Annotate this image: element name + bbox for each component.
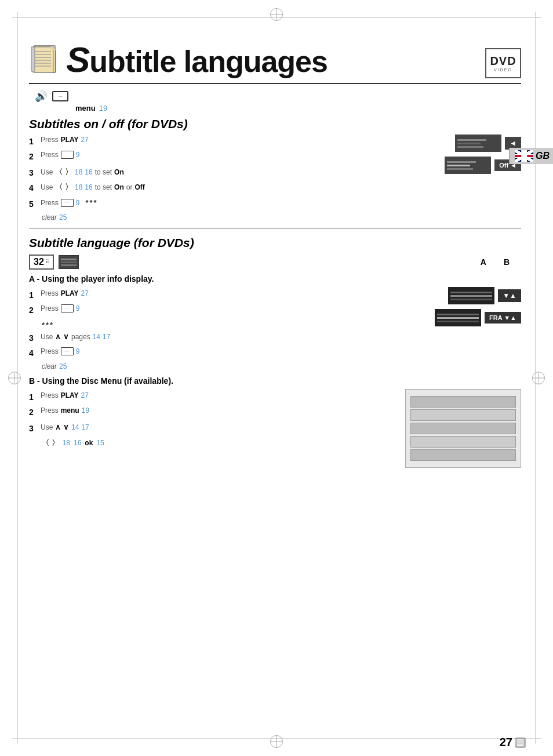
step4-on: On bbox=[114, 183, 124, 191]
chevrons-lr-2: 〈 〉 bbox=[55, 182, 72, 192]
section-b: B - Using the Disc Menu (if available). … bbox=[29, 376, 521, 468]
screen-rect-1 bbox=[455, 135, 501, 152]
label-a: A bbox=[481, 257, 486, 267]
svg-rect-8 bbox=[31, 47, 35, 71]
menu-label: menu bbox=[75, 104, 96, 112]
menu-row-1 bbox=[410, 396, 516, 408]
b3-ok-page: 15 bbox=[96, 439, 104, 447]
b-step-2: 2 Press menu 19 bbox=[29, 406, 394, 419]
divider-1 bbox=[29, 228, 521, 229]
step3-page18: 18 bbox=[75, 168, 82, 176]
a1-play: PLAY bbox=[61, 289, 79, 297]
icons-row: 🔊 ··· bbox=[35, 90, 521, 103]
stars-1: *** bbox=[85, 198, 97, 207]
b-step-3: 3 Use ∧ ∨ 14 17 bbox=[29, 423, 394, 435]
clear-row-2: clear 25 bbox=[42, 362, 423, 370]
a4-page: 9 bbox=[76, 347, 80, 355]
svg-rect-16 bbox=[515, 739, 516, 746]
step5-page: 9 bbox=[76, 199, 80, 207]
a-step-1: 1 Press PLAY 27 bbox=[29, 289, 423, 302]
a4-display-icon: ··· bbox=[61, 347, 74, 355]
screen-icon-small bbox=[59, 255, 79, 269]
step-1-1: 1 Press PLAY 27 bbox=[29, 136, 433, 148]
a2-stars: *** bbox=[42, 321, 54, 329]
step-1-4: 4 Use 〈 〉 18 16 to set On or Off bbox=[29, 182, 433, 195]
step-1-2: 2 Press ··· 9 bbox=[29, 151, 433, 163]
updown-btn: ▼▲ bbox=[498, 289, 521, 302]
section-a-screens: ▼▲ FRA ▼▲ bbox=[435, 287, 521, 326]
a-step-2: 2 Press ··· 9 bbox=[29, 304, 423, 317]
a2-page: 9 bbox=[76, 304, 80, 312]
step3-on: On bbox=[114, 168, 124, 176]
step2-page: 9 bbox=[76, 151, 80, 159]
language-label: GB bbox=[536, 151, 550, 161]
step4-page18: 18 bbox=[75, 183, 82, 191]
step1-text: Press bbox=[41, 136, 59, 144]
display-icon-inline: ··· bbox=[61, 151, 74, 159]
step1-play-page: 27 bbox=[81, 136, 89, 144]
dvd-logo: DVD VIDEO bbox=[485, 48, 521, 78]
title-first-letter: S bbox=[66, 39, 89, 79]
crosshair-left bbox=[8, 372, 21, 384]
title-area: SSubtitles on / off (for DVDs)ubtitle la… bbox=[29, 41, 328, 78]
page-book-icon bbox=[515, 737, 529, 748]
screen-dark-2 bbox=[435, 309, 481, 326]
book-icon bbox=[29, 42, 65, 76]
menu-row: menu 19 bbox=[75, 104, 521, 112]
sound-icon: 🔊 bbox=[35, 90, 48, 103]
step4-off: Off bbox=[134, 183, 144, 191]
screen-a1: ▼▲ bbox=[448, 287, 521, 304]
a-step-3: 3 Use ∧ ∨ pages 14 17 bbox=[29, 332, 423, 345]
menu-page-num: 19 bbox=[99, 104, 107, 112]
section-a-title: A - Using the player info display. bbox=[29, 274, 521, 284]
a3-page17: 17 bbox=[103, 333, 110, 341]
b3-ok: ok bbox=[85, 439, 93, 447]
ab-labels: A B bbox=[481, 257, 510, 267]
clear-page-1: 25 bbox=[59, 213, 67, 221]
fra-btn: FRA ▼▲ bbox=[485, 312, 521, 324]
crosshair-top bbox=[270, 8, 283, 21]
b3-chevrons: 〈 〉 bbox=[42, 438, 59, 448]
section-subtitles-onoff: Subtitles on / off (for DVDs) 1 Press PL… bbox=[29, 117, 521, 221]
label-b: B bbox=[504, 257, 510, 267]
display-icon-step5: ··· bbox=[61, 199, 74, 207]
language-tab: GB bbox=[509, 148, 553, 164]
b3-second-line: 〈 〉 18 16 ok 15 bbox=[42, 438, 394, 448]
chevrons-lr: 〈 〉 bbox=[55, 167, 72, 177]
b1-play: PLAY bbox=[61, 391, 79, 399]
a1-page: 27 bbox=[81, 289, 89, 297]
section-a: A - Using the player info display. 1 Pre… bbox=[29, 274, 521, 370]
section-b-title: B - Using the Disc Menu (if available). bbox=[29, 376, 521, 386]
header-section: SSubtitles on / off (for DVDs)ubtitle la… bbox=[29, 29, 521, 84]
svg-rect-1 bbox=[32, 47, 53, 72]
menu-row-3 bbox=[410, 423, 516, 434]
step-1-3: 3 Use 〈 〉 18 16 to set On bbox=[29, 167, 433, 180]
a2-stars-row: *** bbox=[42, 319, 423, 330]
section-subtitle-language: Subtitle language (for DVDs) 32 ⠿ bbox=[29, 236, 521, 468]
clear-label-2: clear bbox=[42, 362, 57, 370]
b3-page14: 14 bbox=[71, 423, 79, 431]
b3-page17: 17 bbox=[81, 423, 89, 431]
menu-row-4 bbox=[410, 436, 516, 448]
step4-page16: 16 bbox=[85, 183, 92, 191]
disc-menu-screen bbox=[405, 389, 521, 468]
section2-title: Subtitle language (for DVDs) bbox=[29, 236, 521, 250]
b1-page: 27 bbox=[81, 391, 89, 399]
a3-arrows: ∧ ∨ bbox=[55, 332, 69, 341]
disc-row: 32 ⠿ A B bbox=[29, 255, 521, 270]
step3-page16: 16 bbox=[85, 168, 92, 176]
menu-row-5 bbox=[410, 449, 516, 461]
b3-lr-page16: 16 bbox=[74, 439, 81, 447]
section1-title: Subtitles on / off (for DVDs) bbox=[29, 117, 433, 131]
step-1-5: 5 Press ··· 9 *** bbox=[29, 198, 433, 211]
dvd-video-text: VIDEO bbox=[494, 68, 512, 72]
dvd-text: DVD bbox=[490, 54, 516, 68]
a3-page14: 14 bbox=[93, 333, 100, 341]
menu-screen-box bbox=[405, 389, 521, 468]
step3-text: Use bbox=[41, 168, 53, 176]
screen-rect-2 bbox=[445, 157, 491, 174]
step1-play-label: PLAY bbox=[61, 136, 79, 144]
b-step-1: 1 Press PLAY 27 bbox=[29, 391, 394, 404]
crosshair-bottom bbox=[270, 735, 283, 748]
screen-a2: FRA ▼▲ bbox=[435, 309, 521, 326]
